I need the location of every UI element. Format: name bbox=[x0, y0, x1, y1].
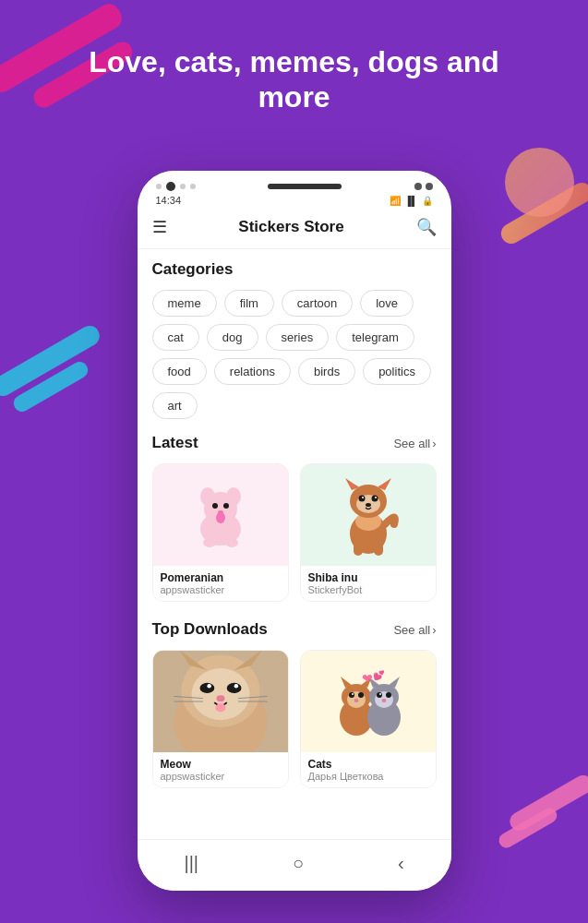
svg-text:💕: 💕 bbox=[373, 669, 385, 681]
bottom-nav: ||| ○ ‹ bbox=[138, 839, 451, 891]
svg-point-33 bbox=[207, 684, 210, 688]
latest-see-all[interactable]: See all › bbox=[393, 437, 436, 450]
chevron-right-icon: › bbox=[432, 437, 436, 450]
card-shiba[interactable]: Shiba inu StickerfyBot bbox=[300, 463, 437, 602]
phone-notch bbox=[268, 184, 342, 189]
svg-point-34 bbox=[234, 684, 237, 688]
svg-point-4 bbox=[212, 503, 218, 509]
svg-point-46 bbox=[349, 692, 354, 698]
cats-name: Cats bbox=[308, 758, 428, 771]
meow-info: Meow appswasticker bbox=[153, 752, 288, 787]
svg-point-57 bbox=[379, 693, 381, 695]
phone-mockup: 14:34 📶 ▐▌ 🔒 ☰ Stickers Store 🔍 Categori… bbox=[138, 171, 451, 891]
svg-point-58 bbox=[381, 699, 386, 702]
chevron-right-icon-2: › bbox=[432, 623, 436, 637]
svg-point-22 bbox=[366, 503, 371, 507]
svg-point-19 bbox=[371, 496, 378, 502]
card-cats[interactable]: ❤ 💕 Cats Дарья Цветкова bbox=[300, 650, 437, 788]
dot-2 bbox=[166, 182, 175, 191]
svg-point-48 bbox=[352, 693, 354, 695]
chip-dog[interactable]: dog bbox=[207, 324, 258, 351]
svg-rect-23 bbox=[354, 543, 363, 556]
signal-icon: ▐▌ bbox=[404, 196, 417, 206]
chip-art[interactable]: art bbox=[152, 392, 198, 419]
pomeranian-name: Pomeranian bbox=[161, 571, 281, 584]
dot-4 bbox=[190, 184, 196, 189]
hero-text: Love, cats, memes, dogs and more bbox=[0, 44, 588, 115]
chip-cat[interactable]: cat bbox=[152, 324, 199, 351]
shiba-image bbox=[301, 464, 436, 566]
top-downloads-cards: Meow appswasticker bbox=[152, 650, 437, 788]
shiba-author: StickerfyBot bbox=[308, 584, 428, 595]
top-downloads-title: Top Downloads bbox=[152, 620, 268, 639]
phone-dots bbox=[156, 182, 196, 191]
app-title: Stickers Store bbox=[238, 218, 343, 236]
shiba-info: Shiba inu StickerfyBot bbox=[301, 566, 436, 601]
top-downloads-see-all[interactable]: See all › bbox=[393, 623, 436, 637]
lock-icon: 🔒 bbox=[422, 196, 433, 206]
svg-rect-24 bbox=[374, 543, 383, 556]
svg-point-36 bbox=[215, 703, 225, 712]
status-dot-1 bbox=[414, 183, 422, 190]
status-dot-2 bbox=[426, 183, 433, 190]
svg-point-49 bbox=[354, 699, 358, 702]
menu-button[interactable]: ☰ bbox=[152, 217, 167, 237]
svg-point-47 bbox=[358, 692, 364, 698]
dot-3 bbox=[180, 184, 186, 189]
shiba-name: Shiba inu bbox=[308, 571, 428, 584]
svg-text:❤: ❤ bbox=[362, 671, 373, 686]
nav-back-icon[interactable]: ‹ bbox=[390, 845, 412, 881]
meow-name: Meow bbox=[161, 758, 281, 771]
search-button[interactable]: 🔍 bbox=[416, 217, 437, 237]
phone-top-bar bbox=[138, 171, 451, 191]
chip-meme[interactable]: meme bbox=[152, 290, 217, 317]
top-downloads-header: Top Downloads See all › bbox=[152, 620, 437, 639]
cats-info: Cats Дарья Цветкова bbox=[301, 752, 436, 787]
svg-point-18 bbox=[358, 496, 365, 502]
chip-politics[interactable]: politics bbox=[363, 358, 431, 385]
status-bar: 14:34 📶 ▐▌ 🔒 bbox=[138, 191, 451, 210]
chip-cartoon[interactable]: cartoon bbox=[282, 290, 353, 317]
chip-film[interactable]: film bbox=[224, 290, 274, 317]
phone-status-right bbox=[414, 183, 433, 190]
svg-point-35 bbox=[216, 695, 224, 701]
latest-header: Latest See all › bbox=[152, 434, 437, 452]
svg-point-21 bbox=[375, 497, 377, 498]
chip-food[interactable]: food bbox=[152, 358, 207, 385]
dot-1 bbox=[156, 184, 162, 189]
chip-telegram[interactable]: telegram bbox=[336, 324, 414, 351]
clock: 14:34 bbox=[156, 195, 182, 206]
svg-point-31 bbox=[199, 683, 214, 693]
chip-birds[interactable]: birds bbox=[298, 358, 355, 385]
svg-marker-43 bbox=[341, 677, 353, 688]
svg-point-20 bbox=[362, 497, 364, 498]
meow-image bbox=[153, 651, 288, 752]
card-meow[interactable]: Meow appswasticker bbox=[152, 650, 289, 788]
pomeranian-author: appswasticker bbox=[161, 584, 281, 595]
chip-relations[interactable]: relations bbox=[214, 358, 291, 385]
svg-point-7 bbox=[216, 512, 225, 523]
phone-content[interactable]: Categories meme film cartoon love cat do… bbox=[138, 249, 451, 849]
pomeranian-info: Pomeranian appswasticker bbox=[153, 566, 288, 601]
nav-home-icon[interactable]: ○ bbox=[285, 845, 311, 881]
svg-point-55 bbox=[377, 692, 382, 698]
pomeranian-image bbox=[153, 464, 288, 566]
svg-point-30 bbox=[191, 668, 249, 720]
chip-love[interactable]: love bbox=[360, 290, 414, 317]
latest-cards: Pomeranian appswasticker bbox=[152, 463, 437, 602]
svg-marker-53 bbox=[388, 677, 400, 688]
cat-photo bbox=[153, 651, 288, 752]
categories-title: Categories bbox=[152, 260, 437, 279]
svg-point-5 bbox=[223, 503, 229, 509]
nav-menu-icon[interactable]: ||| bbox=[176, 845, 206, 881]
latest-title: Latest bbox=[152, 434, 198, 452]
meow-author: appswasticker bbox=[161, 771, 281, 782]
status-icons: 📶 ▐▌ 🔒 bbox=[390, 196, 432, 206]
svg-point-32 bbox=[226, 683, 241, 693]
wifi-icon: 📶 bbox=[390, 196, 401, 206]
svg-point-2 bbox=[200, 487, 215, 506]
card-pomeranian[interactable]: Pomeranian appswasticker bbox=[152, 463, 289, 602]
bg-decoration-6 bbox=[505, 148, 574, 217]
chip-series[interactable]: series bbox=[266, 324, 330, 351]
svg-point-8 bbox=[203, 538, 216, 547]
